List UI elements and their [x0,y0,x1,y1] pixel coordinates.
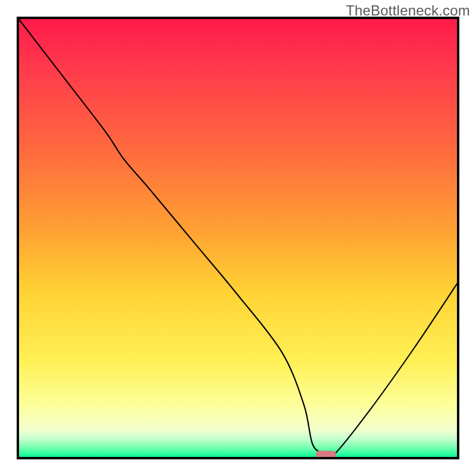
chart-container: TheBottleneck.com [0,0,476,476]
watermark-text: TheBottleneck.com [346,2,470,19]
bottleneck-chart [0,0,476,476]
plot-background [18,18,458,458]
